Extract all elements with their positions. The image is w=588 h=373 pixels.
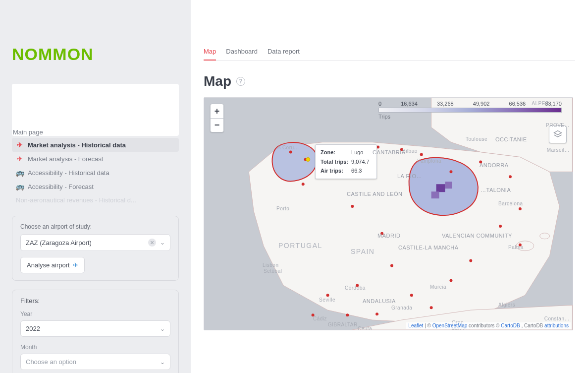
tab-dashboard[interactable]: Dashboard: [226, 45, 258, 60]
svg-point-20: [449, 279, 452, 282]
map[interactable]: + − 0 16,634 33,268 49,902 66,536 83,170…: [204, 97, 573, 330]
nav-label: Accessibility - Forecast: [28, 183, 94, 190]
nav-label: Market analysis - Historical data: [28, 141, 126, 149]
page-title-text: Map: [204, 73, 231, 89]
main-content: Map Dashboard Data report Map ?: [191, 0, 588, 373]
svg-point-16: [519, 207, 522, 210]
legend-ticks: 0 16,634 33,268 49,902 66,536 83,170: [378, 101, 562, 107]
tooltip-air-value: 66.3: [351, 167, 372, 175]
year-select-value: 2022: [26, 325, 156, 332]
map-svg: [204, 98, 573, 330]
svg-point-31: [302, 183, 305, 186]
chevron-down-icon: ⌄: [160, 359, 165, 366]
year-select[interactable]: 2022 ⌄: [20, 320, 170, 337]
legend-tick: 83,170: [545, 101, 562, 107]
svg-point-18: [519, 244, 522, 247]
svg-point-19: [469, 259, 472, 262]
chevron-down-icon: ⌄: [160, 239, 165, 246]
airport-select-value: ZAZ (Zaragoza Airport): [26, 239, 144, 247]
legend-tick: 0: [378, 101, 381, 107]
svg-point-30: [351, 205, 354, 208]
tooltip-total-value: 9,074.7: [351, 158, 372, 166]
svg-point-10: [376, 146, 379, 149]
svg-rect-5: [431, 191, 439, 198]
sidebar-nav: Main page ✈ Market analysis - Historical…: [12, 84, 179, 207]
zoom-control: + −: [210, 104, 224, 132]
month-placeholder: Choose an option: [26, 358, 156, 366]
nav-faded-item[interactable]: Non-aeronautical revenues - Historical d…: [12, 193, 179, 207]
link-attributions[interactable]: attributions: [544, 323, 569, 328]
zoom-in-button[interactable]: +: [211, 104, 223, 118]
legend-gradient: [378, 108, 562, 113]
plane-icon: ✈: [16, 141, 24, 149]
chevron-down-icon: ⌄: [160, 325, 165, 332]
legend-label: Trips: [378, 114, 562, 120]
legend: 0 16,634 33,268 49,902 66,536 83,170 Tri…: [378, 101, 562, 120]
tooltip-zone-value: Lugo: [351, 148, 372, 157]
legend-tick: 16,634: [401, 101, 418, 107]
svg-point-27: [346, 313, 349, 316]
svg-point-2: [540, 233, 550, 239]
svg-point-6: [289, 151, 292, 154]
nav-main-page[interactable]: Main page: [12, 84, 179, 136]
svg-rect-3: [436, 184, 445, 192]
plane-icon: ✈: [16, 155, 24, 163]
zoom-out-button[interactable]: −: [211, 118, 223, 132]
svg-point-11: [400, 148, 403, 151]
clear-icon[interactable]: ×: [148, 239, 156, 247]
svg-point-13: [449, 170, 452, 173]
nav-market-forecast[interactable]: ✈ Market analysis - Forecast: [12, 152, 179, 166]
nav-label: Accessibility - Historical data: [28, 169, 109, 177]
filter-year: Year 2022 ⌄: [20, 311, 170, 337]
tooltip-total-label: Total trips:: [321, 158, 350, 166]
airport-card-label: Choose an airport of study:: [20, 223, 170, 230]
bus-icon: 🚌: [16, 183, 24, 190]
svg-point-17: [499, 225, 502, 228]
svg-point-12: [420, 153, 423, 156]
map-attribution: Leaflet | © OpenStreetMap contributors ©…: [406, 322, 571, 329]
help-icon[interactable]: ?: [236, 77, 245, 86]
link-osm[interactable]: OpenStreetMap: [432, 323, 468, 328]
svg-point-26: [312, 313, 315, 316]
map-tooltip: Zone:Lugo Total trips:9,074.7 Air trips:…: [315, 144, 377, 179]
svg-point-23: [390, 264, 393, 267]
tab-data-report[interactable]: Data report: [267, 45, 300, 60]
month-select[interactable]: Choose an option ⌄: [20, 354, 170, 370]
filter-month: Month Choose an option ⌄: [20, 344, 170, 370]
nav-accessibility-forecast[interactable]: 🚌 Accessibility - Forecast: [12, 180, 179, 193]
svg-point-25: [326, 294, 329, 297]
svg-point-24: [356, 284, 359, 287]
svg-point-29: [430, 306, 433, 309]
analyse-label: Analyse airport: [27, 261, 70, 269]
tab-map[interactable]: Map: [204, 45, 216, 60]
svg-rect-4: [445, 182, 452, 188]
page-title: Map ?: [204, 73, 575, 89]
legend-tick: 66,536: [509, 101, 526, 107]
svg-point-1: [516, 241, 534, 251]
svg-point-21: [410, 294, 413, 297]
filters-card: Filters: Year 2022 ⌄ Month Choose an opt…: [12, 290, 179, 373]
legend-tick: 33,268: [437, 101, 454, 107]
filters-title: Filters:: [20, 297, 170, 305]
bus-icon: 🚌: [16, 169, 24, 177]
analyse-airport-button[interactable]: Analyse airport ✈: [20, 257, 85, 273]
link-leaflet[interactable]: Leaflet: [408, 323, 423, 328]
nav-accessibility-historical[interactable]: 🚌 Accessibility - Historical data: [12, 166, 179, 180]
link-cartodb[interactable]: CartoDB: [501, 323, 520, 328]
nav-market-historical[interactable]: ✈ Market analysis - Historical data: [12, 138, 179, 152]
svg-point-14: [479, 160, 482, 163]
brand-logo: NOMMON: [12, 45, 179, 64]
tooltip-zone-label: Zone:: [321, 148, 350, 157]
plane-icon: ✈: [73, 261, 78, 269]
nav-label: Market analysis - Forecast: [28, 155, 103, 163]
filter-month-label: Month: [20, 344, 170, 351]
airport-select[interactable]: ZAZ (Zaragoza Airport) × ⌄: [20, 234, 170, 251]
svg-point-28: [375, 312, 378, 315]
tooltip-air-label: Air trips:: [321, 167, 350, 175]
svg-point-22: [380, 232, 383, 235]
svg-point-15: [509, 175, 512, 178]
layers-button[interactable]: [549, 125, 567, 143]
svg-marker-33: [554, 131, 562, 135]
tabs: Map Dashboard Data report: [204, 45, 575, 61]
svg-point-32: [306, 157, 310, 161]
